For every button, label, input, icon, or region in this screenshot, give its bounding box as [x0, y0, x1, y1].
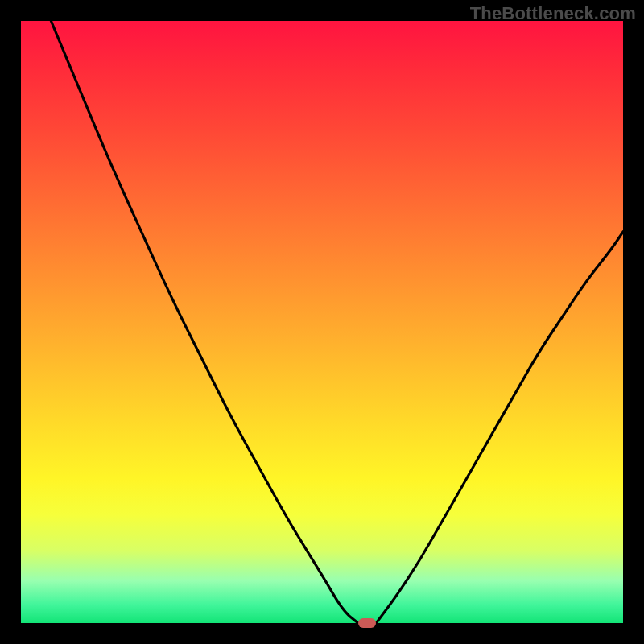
min-point-marker: [358, 618, 376, 628]
curve-path: [51, 21, 623, 623]
watermark-text: TheBottleneck.com: [470, 3, 636, 24]
chart-frame: TheBottleneck.com: [0, 0, 644, 644]
bottleneck-curve: [21, 21, 623, 623]
